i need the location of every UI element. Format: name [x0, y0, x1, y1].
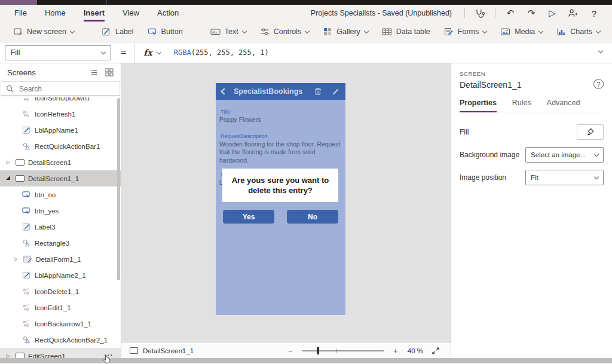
menu-file[interactable]: File: [14, 5, 27, 22]
tree-item-lblappname1[interactable]: LblAppName1: [0, 122, 121, 138]
menu-home[interactable]: Home: [45, 5, 66, 22]
chevron-collapsed-icon[interactable]: ▷: [13, 256, 19, 262]
chevron-down-icon: [241, 28, 246, 33]
screen-icon: [14, 173, 25, 183]
play-icon[interactable]: ▷: [546, 8, 558, 19]
tree-item-detailscreen1-1[interactable]: DetailScreen1_1: [0, 170, 121, 186]
chevron-collapsed-icon[interactable]: ▷: [5, 353, 11, 358]
help-icon[interactable]: ?: [588, 8, 600, 19]
tree-item-iconrefresh1[interactable]: ⊘♡+↻ IconRefresh1: [0, 106, 121, 122]
chevron-down-icon: [482, 28, 487, 33]
tree-item-iconedit1-1[interactable]: ⊘♡+↻ IconEdit1_1: [0, 299, 121, 316]
screens-tree: ⊘♡+↻ IconSortUpDown1 ⊘♡+↻ IconRefresh1 L…: [0, 97, 121, 358]
fill-color-picker-button[interactable]: [577, 124, 604, 140]
app-screen-preview[interactable]: SpecialistBookings Title Poppy Flowers R…: [216, 83, 345, 315]
tree-item-detailform1-1[interactable]: ▷ DetailForm1_1: [0, 251, 121, 267]
confirm-dialog-message: Are yous sure you want to delete this en…: [226, 175, 335, 195]
selected-control-name: DetailScreen1_1: [460, 80, 604, 90]
forms-dropdown[interactable]: Forms: [444, 27, 486, 36]
titlebar-accent: [0, 0, 37, 5]
zoom-slider-handle[interactable]: [317, 347, 319, 354]
chevron-collapsed-icon[interactable]: ▷: [5, 160, 11, 165]
field-label: Title: [219, 109, 342, 115]
tree-scrollbar[interactable]: [117, 98, 120, 280]
divider: [495, 8, 495, 18]
property-row-image-position: Image position Fit: [460, 166, 604, 189]
back-icon[interactable]: [221, 88, 227, 94]
help-icon[interactable]: ?: [593, 79, 604, 89]
screen-icon: [14, 351, 25, 358]
property-label: Background image: [460, 151, 519, 159]
redo-icon[interactable]: ↷: [525, 8, 537, 19]
zoom-out-button[interactable]: −: [287, 346, 294, 356]
tree-item-rectquickactionbar1[interactable]: RectQuickActionBar1: [0, 138, 121, 154]
fx-dropdown[interactable]: fx: [134, 42, 169, 63]
tab-advanced[interactable]: Advanced: [547, 99, 580, 112]
app-body: Title Poppy Flowers RequestDescription W…: [216, 100, 345, 315]
image-position-select[interactable]: Fit: [525, 170, 604, 185]
tab-rules[interactable]: Rules: [512, 99, 531, 112]
window-bottom-strip: [0, 358, 612, 363]
no-button[interactable]: No: [287, 210, 338, 224]
button-button[interactable]: Button: [148, 27, 183, 36]
shape-control-icon: [21, 238, 32, 248]
property-label: Image position: [460, 173, 506, 182]
trash-icon[interactable]: [314, 87, 322, 96]
design-canvas[interactable]: SpecialistBookings Title Poppy Flowers R…: [121, 63, 451, 358]
panel-tabs: Properties Rules Advanced: [460, 99, 604, 112]
tree-item-iconbackarrow1-1[interactable]: ⊘♡+↻ IconBackarrow1_1: [0, 316, 121, 332]
sort-list-icon[interactable]: [89, 69, 98, 77]
fit-to-window-icon[interactable]: [432, 347, 440, 355]
search-box: [1, 81, 120, 96]
gallery-dropdown[interactable]: Gallery: [323, 27, 368, 36]
media-dropdown[interactable]: Media: [500, 27, 543, 36]
tree-item-rectquickactionbar2-1[interactable]: RectQuickActionBar2_1: [0, 332, 121, 348]
tree-item-btn-no[interactable]: btn_no: [0, 186, 121, 203]
controls-dropdown[interactable]: Controls: [260, 27, 310, 36]
insert-ribbon: New screen Label Button Abc Text Control…: [0, 22, 612, 42]
label-control-icon: [21, 125, 32, 135]
icon-control-icon: ⊘♡+↻: [21, 319, 32, 329]
yes-button[interactable]: Yes: [223, 210, 274, 224]
screen-icon: [14, 157, 25, 167]
menu-insert[interactable]: Insert: [84, 5, 105, 22]
tree-item-detailscreen1[interactable]: ▷ DetailScreen1: [0, 154, 121, 170]
field-value: Poppy Flowers: [219, 116, 342, 124]
tree-item-rectangle3[interactable]: Rectangle3: [0, 235, 121, 251]
data-table-button[interactable]: Data table: [382, 27, 430, 36]
menu-action[interactable]: Action: [157, 5, 179, 22]
equals-sign: =: [121, 47, 126, 58]
edit-pencil-icon[interactable]: [332, 88, 339, 96]
text-dropdown[interactable]: Abc Text: [210, 27, 246, 36]
new-screen-button[interactable]: New screen: [13, 27, 74, 36]
chevron-expanded-icon[interactable]: [5, 176, 11, 181]
app-checker-icon[interactable]: [474, 8, 486, 19]
shape-control-icon: [21, 141, 32, 151]
formula-input[interactable]: RGBA(255, 255, 255, 1): [174, 48, 612, 57]
search-icon: [6, 85, 14, 93]
screen-icon: [130, 347, 138, 354]
app-header-title: SpecialistBookings: [234, 87, 302, 96]
tree-item-lblappname2-1[interactable]: LblAppName2_1: [0, 267, 121, 283]
zoom-in-button[interactable]: +: [392, 346, 399, 356]
tree-item-label3[interactable]: Label3: [0, 219, 121, 235]
search-input[interactable]: [18, 84, 90, 94]
charts-dropdown[interactable]: Charts: [556, 27, 600, 36]
chevron-down-icon: [101, 49, 106, 54]
formula-arguments: (255, 255, 255, 1): [191, 48, 269, 57]
property-selector[interactable]: Fill: [5, 45, 111, 60]
zoom-slider[interactable]: [302, 350, 384, 351]
window-title-strip: [0, 0, 612, 5]
undo-icon[interactable]: ↶: [504, 8, 516, 19]
tree-item-iconsortupdown1[interactable]: ⊘♡+↻ IconSortUpDown1: [0, 97, 121, 106]
tab-properties[interactable]: Properties: [460, 99, 497, 112]
app-header-bar[interactable]: SpecialistBookings: [216, 83, 345, 100]
menu-view[interactable]: View: [123, 5, 139, 22]
background-image-select[interactable]: Select an image...: [525, 147, 604, 163]
grid-view-icon[interactable]: [105, 68, 114, 77]
selected-control-type: SCREEN: [460, 71, 604, 77]
tree-item-btn-yes[interactable]: btn_yes: [0, 203, 121, 219]
tree-item-icondelete1-1[interactable]: ⊘♡+↻ IconDelete1_1: [0, 283, 121, 299]
share-person-icon[interactable]: [567, 8, 579, 18]
label-button[interactable]: Label: [102, 27, 134, 36]
